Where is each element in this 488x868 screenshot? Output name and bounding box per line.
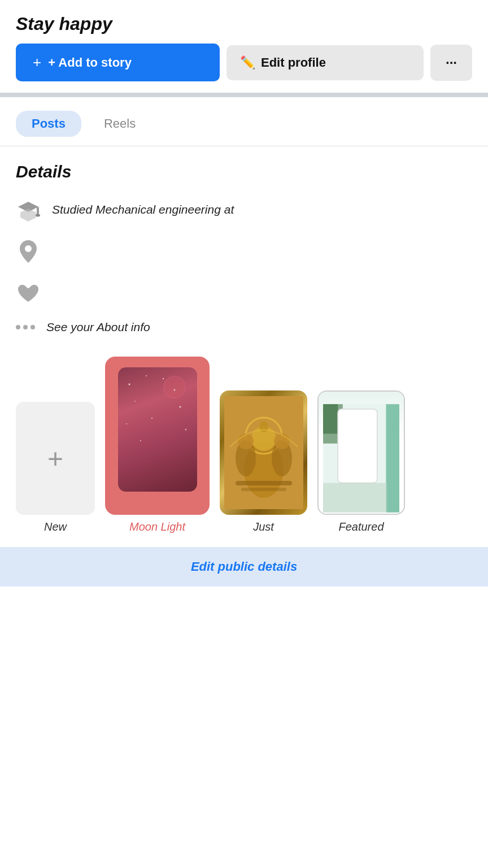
action-buttons-row: + + Add to story ✏️ Edit profile ··· bbox=[0, 44, 488, 93]
svg-rect-30 bbox=[323, 404, 338, 433]
add-to-story-button[interactable]: + + Add to story bbox=[16, 44, 220, 81]
profile-name: Stay happy bbox=[16, 14, 112, 34]
buddha-svg bbox=[224, 396, 303, 509]
see-about-row[interactable]: See your About info bbox=[16, 320, 472, 334]
svg-rect-31 bbox=[338, 409, 377, 483]
edit-public-text: Edit public details bbox=[191, 559, 297, 574]
new-card[interactable]: + bbox=[16, 402, 95, 515]
featured-photo-item[interactable]: Featured bbox=[317, 390, 405, 533]
featured-svg bbox=[323, 396, 399, 515]
svg-point-10 bbox=[163, 378, 164, 379]
svg-point-12 bbox=[179, 406, 181, 408]
relationship-row bbox=[16, 279, 472, 308]
svg-point-16 bbox=[140, 440, 141, 441]
tab-posts[interactable]: Posts bbox=[16, 111, 81, 137]
moon-light-card[interactable] bbox=[105, 357, 210, 515]
moon-light-photo-item[interactable]: Moon Light bbox=[105, 357, 210, 533]
just-photo-item[interactable]: Just bbox=[220, 390, 307, 533]
location-icon bbox=[16, 239, 41, 264]
heart-icon bbox=[16, 281, 41, 306]
add-story-label: + Add to story bbox=[48, 55, 132, 70]
featured-card-inner bbox=[319, 392, 404, 514]
new-label: New bbox=[44, 520, 67, 533]
svg-rect-32 bbox=[386, 404, 399, 513]
profile-name-section: Stay happy bbox=[0, 0, 488, 44]
svg-point-4 bbox=[25, 245, 32, 252]
plus-icon: + bbox=[33, 54, 41, 71]
edit-profile-button[interactable]: ✏️ Edit profile bbox=[226, 45, 424, 80]
section-divider bbox=[0, 93, 488, 97]
pencil-icon: ✏️ bbox=[240, 55, 255, 70]
moon-label: Moon Light bbox=[129, 520, 185, 533]
svg-point-7 bbox=[128, 384, 130, 385]
svg-point-15 bbox=[185, 429, 186, 431]
education-row: Studied Mechanical engineering at bbox=[16, 195, 472, 224]
details-title: Details bbox=[16, 162, 472, 181]
more-options-button[interactable]: ··· bbox=[430, 45, 472, 81]
edit-public-details-bar[interactable]: Edit public details bbox=[0, 547, 488, 587]
svg-point-11 bbox=[134, 401, 136, 402]
svg-point-9 bbox=[173, 389, 175, 391]
just-label: Just bbox=[253, 520, 274, 533]
buddha-card[interactable] bbox=[220, 390, 307, 515]
svg-rect-33 bbox=[323, 483, 387, 513]
dots-icon bbox=[16, 325, 35, 329]
svg-point-25 bbox=[274, 433, 290, 449]
svg-point-14 bbox=[151, 418, 152, 419]
svg-point-8 bbox=[146, 375, 147, 376]
ellipsis-icon: ··· bbox=[446, 55, 457, 71]
svg-point-23 bbox=[238, 433, 254, 449]
education-text: Studied Mechanical engineering at bbox=[52, 203, 234, 216]
see-about-text: See your About info bbox=[46, 320, 150, 334]
featured-card[interactable] bbox=[317, 390, 405, 515]
moon-card-inner bbox=[118, 367, 197, 492]
svg-marker-1 bbox=[20, 209, 36, 222]
svg-point-13 bbox=[126, 423, 127, 424]
edit-profile-label: Edit profile bbox=[261, 55, 326, 70]
stars-svg bbox=[118, 367, 197, 492]
svg-rect-26 bbox=[236, 481, 292, 485]
svg-point-3 bbox=[36, 214, 40, 217]
new-photo-item[interactable]: + New bbox=[16, 402, 95, 533]
svg-rect-2 bbox=[37, 207, 39, 215]
education-icon bbox=[16, 197, 41, 222]
buddha-image bbox=[220, 390, 307, 515]
details-section: Details Studied Mechanical engineering a… bbox=[0, 146, 488, 345]
new-card-plus-icon: + bbox=[47, 443, 63, 474]
svg-rect-27 bbox=[241, 488, 286, 491]
tabs-section: Posts Reels bbox=[0, 97, 488, 146]
location-row bbox=[16, 237, 472, 266]
tab-reels[interactable]: Reels bbox=[99, 111, 140, 137]
featured-label: Featured bbox=[338, 520, 384, 533]
featured-photos-section: + New bbox=[0, 345, 488, 533]
